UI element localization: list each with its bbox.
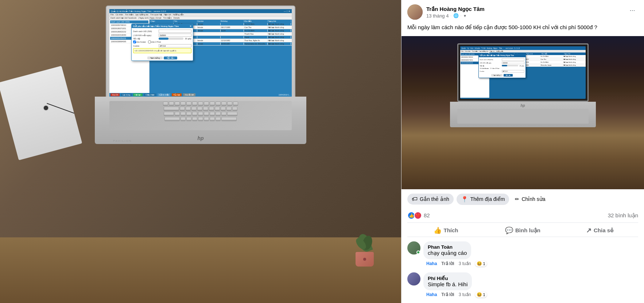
meta-separator: · bbox=[450, 14, 451, 18]
add-location-button[interactable]: 📍 Thêm địa điểm bbox=[457, 194, 509, 205]
col-city: Địa điểm bbox=[244, 20, 267, 22]
delete-error-btn[interactable]: Xóa lỗi mới bbox=[183, 93, 195, 96]
cell-gender: female bbox=[197, 43, 221, 45]
dialog-uid-label: Danh sách UID (500) bbox=[133, 30, 159, 32]
key bbox=[163, 102, 168, 105]
message-btn[interactable]: Gửi tin nhắn bbox=[158, 93, 170, 96]
menu-tools[interactable]: Tiện ích bbox=[164, 13, 171, 16]
dialog-uid-input[interactable] bbox=[159, 30, 191, 33]
accept-btn[interactable]: Chấp nhận bbox=[144, 93, 156, 96]
key bbox=[233, 102, 238, 105]
post-header: Trần Hoàng Ngọc Tâm 13 tháng 4 · 🌐 · ▼ ·… bbox=[407, 4, 638, 20]
toolbar-search: Tìm kiếm bbox=[163, 17, 172, 19]
post-author-avatar[interactable] bbox=[407, 4, 423, 20]
comment-author-2[interactable]: Phí Hiếu bbox=[428, 275, 468, 281]
cell-bday bbox=[221, 33, 244, 35]
cell-bday bbox=[221, 23, 244, 25]
comments-count[interactable]: 32 bình luận bbox=[608, 212, 638, 218]
menu-guide[interactable]: Hướng dẫn bbox=[173, 13, 184, 16]
key bbox=[181, 112, 186, 116]
unfriend-btn[interactable]: Hủy bạn bbox=[172, 93, 182, 96]
cell-gender bbox=[197, 33, 221, 35]
more-options-button[interactable]: ··· bbox=[626, 4, 638, 16]
key bbox=[192, 117, 197, 121]
like-post-checkbox[interactable] bbox=[148, 40, 151, 43]
key bbox=[210, 112, 215, 116]
key bbox=[198, 102, 203, 105]
share-button[interactable]: ↗ Chia sẻ bbox=[561, 224, 638, 237]
post-action-buttons: 👍 Thích 💬 Bình luận ↗ Chia sẻ bbox=[407, 224, 638, 237]
haha-emoji-2: 😆 bbox=[477, 292, 482, 297]
key bbox=[226, 107, 232, 110]
key bbox=[175, 112, 180, 116]
dialog-info: UID 100006338894585 chuyển tới bạnmới ng… bbox=[133, 48, 191, 53]
filter-btn[interactable]: Lọc trùng bbox=[121, 93, 132, 96]
author-details: Trần Hoàng Ngọc Tâm 13 tháng 4 · 🌐 · ▼ bbox=[426, 6, 485, 19]
comment-author-1[interactable]: Phan Toàn bbox=[428, 244, 467, 250]
screen-outline: Quản lý tài khoản Trần Hoàng Ngọc Tâm - … bbox=[457, 43, 589, 102]
keyboard-row-3 bbox=[109, 111, 292, 116]
dialog-cookie-row: Cookie bbox=[133, 44, 191, 47]
comments-section: Phan Toàn chạy quảng cáo Haha Trả lời 3 … bbox=[407, 241, 638, 303]
comment-button[interactable]: 💬 Bình luận bbox=[484, 224, 561, 237]
key bbox=[204, 102, 209, 105]
laptop-lid: Quản lý tài khoản Trần Hoàng Ngọc Tâm - … bbox=[106, 5, 295, 100]
cell-status: Kết bạn thành công bbox=[268, 23, 291, 25]
sim-dialog-title: Gửi yêu cầu kết bạn Trần Hoàng Ngọc Tâm bbox=[479, 54, 525, 57]
privacy-icon: 🌐 bbox=[453, 13, 459, 18]
delete-ds-btn[interactable]: Xóa DS bbox=[110, 93, 120, 96]
menu-search[interactable]: Tìm kiếm bbox=[125, 13, 134, 16]
like-avatar-label: Like Avatar bbox=[136, 41, 146, 43]
key bbox=[186, 117, 191, 121]
sim-dialog: Gửi yêu cầu kết bạn Trần Hoàng Ngọc Tâm … bbox=[478, 54, 526, 78]
add-location-label: Thêm địa điểm bbox=[470, 196, 505, 202]
comment-like-1[interactable]: Haha bbox=[426, 261, 437, 266]
dialog-close[interactable]: ✕ bbox=[190, 25, 191, 27]
comment-text-1: chạy quảng cáo bbox=[428, 250, 467, 256]
win-dialog-body: Danh sách UID (500) ( 100-500 mỗi ngày) … bbox=[132, 28, 193, 55]
like-avatar-checkbox[interactable] bbox=[133, 40, 136, 43]
comment-avatar-1[interactable] bbox=[407, 241, 420, 255]
comment-avatar-2[interactable] bbox=[407, 272, 420, 285]
menu-filter[interactable]: Lọc tương tác bbox=[135, 13, 148, 16]
dialog-count-input[interactable] bbox=[159, 34, 191, 37]
key bbox=[210, 117, 215, 121]
post-author-name[interactable]: Trần Hoàng Ngọc Tâm bbox=[426, 6, 485, 12]
edit-button[interactable]: ✏ Chỉnh sửa bbox=[512, 194, 548, 204]
cell-gender: female bbox=[197, 30, 221, 32]
dialog-checkboxes-row: Like Avatar Like 2 Post bbox=[133, 40, 191, 43]
cell-gender bbox=[197, 36, 221, 38]
cell-city: Can Tho bbox=[244, 26, 267, 28]
col-name: Tên bbox=[174, 20, 197, 22]
post-image-container[interactable]: 📷 Quản lý tài khoản Trần Hoàng Ngọc Tâm … bbox=[401, 36, 644, 189]
comment-reply-1[interactable]: Trả lời bbox=[441, 261, 454, 266]
start-btn[interactable]: Bắt đầu bbox=[164, 57, 177, 59]
screen-content: Quản lý tài khoản Trần Hoàng Ngọc Tâm - … bbox=[109, 9, 292, 97]
menu-profile[interactable]: Cá nhân bbox=[116, 13, 123, 16]
status-timestamp: 13/04/2019 1... bbox=[279, 94, 291, 96]
key-caps bbox=[164, 112, 174, 116]
menu-find[interactable]: Tìm quan hệ bbox=[150, 13, 162, 16]
menu-file[interactable]: File bbox=[110, 13, 114, 16]
pause-btn[interactable]: Tạm dừng bbox=[147, 57, 163, 59]
love-reaction-icon: ❤️ bbox=[414, 211, 422, 220]
key bbox=[191, 107, 197, 110]
tag-photo-button[interactable]: 🏷 Gắn thẻ ảnh bbox=[407, 194, 454, 205]
comment-body-2: Phí Hiếu Simple fb á. Hihi Haha Trả lời … bbox=[423, 272, 638, 299]
comment-bubble-1: Phan Toàn chạy quảng cáo bbox=[423, 241, 471, 259]
online-indicator bbox=[416, 250, 420, 254]
earphones bbox=[44, 106, 66, 117]
like-button[interactable]: 👍 Thích bbox=[407, 224, 484, 237]
like-post-label: Like 2 Post bbox=[151, 41, 161, 43]
key bbox=[186, 112, 191, 116]
post-meta: 13 tháng 4 · 🌐 · ▼ bbox=[426, 13, 485, 19]
comment-like-2[interactable]: Haha bbox=[426, 292, 437, 297]
reaction-count[interactable]: 82 bbox=[424, 212, 430, 218]
dialog-cookie-input[interactable] bbox=[159, 44, 191, 47]
win-table-header: Chọn Tên Gender Birthday Địa điểm Trạng … bbox=[150, 20, 292, 23]
comment-actions-1: Haha Trả lời 3 tuần 😆 1 bbox=[423, 259, 638, 268]
comment-reply-2[interactable]: Trả lời bbox=[441, 292, 454, 297]
win-controls: — □ ✕ bbox=[284, 10, 290, 12]
key-shift-l bbox=[164, 117, 180, 121]
add-friend-btn[interactable]: Kết bạn bbox=[133, 93, 143, 96]
